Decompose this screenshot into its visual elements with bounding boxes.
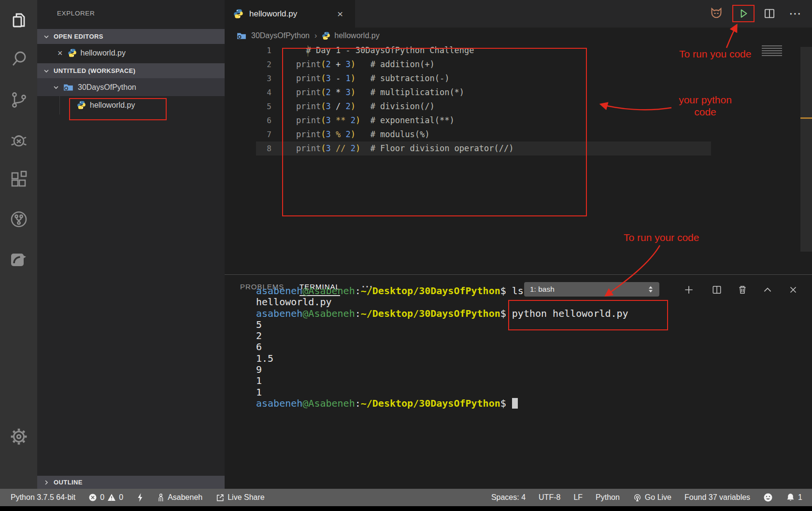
editor-more-actions-icon[interactable]: ⋯ — [787, 5, 804, 22]
workspace-label: UNTITLED (WORKSPACE) — [54, 67, 136, 74]
warning-icon — [107, 493, 116, 502]
live-share-icon — [215, 493, 225, 502]
chevron-down-icon — [53, 84, 59, 91]
chevron-right-icon — [43, 479, 50, 486]
status-bar: Python 3.7.5 64-bit 0 0 Asabeneh Live Sh… — [0, 489, 812, 506]
error-icon — [88, 493, 97, 502]
maximize-panel-icon[interactable] — [761, 284, 774, 296]
go-live-status[interactable]: Go Live — [633, 493, 671, 502]
terminal-cursor — [512, 398, 518, 409]
live-share-icon[interactable] — [0, 208, 37, 231]
encoding-status[interactable]: UTF-8 — [539, 493, 560, 502]
terminal-line: 1.5 — [256, 353, 628, 364]
terminal-line: 1 — [256, 387, 628, 398]
annotation-box-run — [732, 5, 755, 22]
explorer-sidebar: EXPLORER OPEN EDITORS × helloworld.py UN… — [37, 0, 225, 489]
workspace-header[interactable]: UNTITLED (WORKSPACE) — [37, 63, 225, 78]
bolt-status-icon[interactable] — [136, 493, 144, 502]
open-editor-item[interactable]: × helloworld.py — [37, 44, 225, 62]
breadcrumb-separator: › — [314, 31, 317, 40]
breadcrumb[interactable]: 30DaysOfPython › helloworld.py — [225, 28, 812, 43]
editor-scrollbar[interactable] — [800, 47, 812, 252]
vscode-window: EXPLORER OPEN EDITORS × helloworld.py UN… — [0, 0, 812, 511]
chevron-down-icon — [43, 68, 50, 74]
updown-arrows-icon — [647, 284, 655, 294]
line-number: 1 — [225, 43, 271, 57]
annotation-your-code: your python code — [662, 94, 749, 118]
activity-bar — [0, 0, 37, 511]
notifications-bell[interactable]: 1 — [786, 493, 802, 502]
bell-icon — [786, 493, 795, 502]
tree-folder-label: 30DaysOfPython — [78, 83, 136, 92]
terminal-line: 6 — [256, 341, 628, 353]
variables-status[interactable]: Found 37 variables — [684, 493, 750, 502]
open-editors-label: OPEN EDITORS — [54, 33, 103, 40]
broadcast-icon — [633, 493, 642, 502]
line-number: 6 — [225, 114, 271, 128]
terminal-line: asabeneh@Asabeneh:~/Desktop/30DaysOfPyth… — [256, 285, 628, 297]
annotation-box-code — [282, 48, 587, 216]
share-icon[interactable] — [0, 248, 37, 271]
terminal-line: asabeneh@Asabeneh:~/Desktop/30DaysOfPyth… — [256, 398, 628, 409]
outline-label: OUTLINE — [54, 479, 83, 486]
tab-helloworld[interactable]: helloworld.py × — [225, 0, 355, 28]
python-file-icon — [322, 31, 330, 40]
chevron-down-icon — [43, 33, 50, 40]
python-file-icon — [233, 9, 243, 19]
split-editor-icon[interactable] — [761, 5, 778, 22]
open-editor-file-label: helloworld.py — [81, 49, 126, 57]
breadcrumb-folder[interactable]: 30DaysOfPython — [251, 31, 310, 40]
run-button[interactable] — [738, 8, 749, 19]
folder-icon — [63, 83, 73, 92]
python-file-icon — [68, 48, 77, 57]
terminal-panel: PROBLEMS TERMINAL ⋯ 1: bash asabeneh@Asa… — [225, 274, 812, 489]
line-number: 7 — [225, 128, 271, 142]
debug-icon[interactable] — [0, 128, 37, 152]
terminal-line: 9 — [256, 364, 628, 375]
line-number: 8 — [225, 142, 271, 156]
language-mode-status[interactable]: Python — [596, 493, 620, 502]
annotation-box-file — [69, 98, 167, 120]
window-bottom-strip — [0, 506, 812, 511]
person-icon — [157, 493, 165, 502]
annotation-run-bottom: To run your code — [624, 231, 715, 243]
line-number: 3 — [225, 71, 271, 85]
extensions-icon[interactable] — [0, 168, 37, 191]
eol-status[interactable]: LF — [573, 493, 583, 502]
explorer-icon[interactable] — [0, 9, 37, 32]
close-icon[interactable]: × — [57, 49, 63, 57]
tab-label: helloworld.py — [249, 9, 297, 19]
search-icon[interactable] — [0, 47, 37, 71]
problems-status[interactable]: 0 0 — [88, 493, 123, 502]
outline-header[interactable]: OUTLINE — [37, 476, 225, 489]
source-control-icon[interactable] — [0, 88, 37, 112]
terminal-line: 1 — [256, 375, 628, 386]
breadcrumb-file[interactable]: helloworld.py — [334, 31, 379, 40]
open-editors-header[interactable]: OPEN EDITORS — [37, 29, 225, 44]
line-number: 5 — [225, 99, 271, 114]
line-number: 4 — [225, 85, 271, 99]
live-share-status[interactable]: Live Share — [215, 493, 265, 502]
editor-tab-bar: helloworld.py × ⋯ — [225, 0, 812, 28]
feedback-smiley-icon[interactable] — [763, 493, 773, 502]
annotation-run-top: To run you code — [679, 48, 766, 60]
python-interpreter-status[interactable]: Python 3.7.5 64-bit — [11, 493, 75, 502]
tree-folder-30daysofpython[interactable]: 30DaysOfPython — [37, 78, 225, 96]
cat-extension-icon[interactable] — [708, 5, 725, 22]
editor-area: helloworld.py × ⋯ — [225, 0, 812, 274]
close-panel-icon[interactable] — [786, 284, 800, 296]
terminal-line: 2 — [256, 330, 628, 341]
indentation-status[interactable]: Spaces: 4 — [491, 493, 526, 502]
user-status[interactable]: Asabeneh — [157, 493, 202, 502]
sidebar-title: EXPLORER — [57, 10, 95, 17]
folder-icon — [237, 31, 246, 40]
line-number: 2 — [225, 57, 271, 71]
close-icon[interactable]: × — [337, 8, 343, 20]
settings-gear-icon[interactable] — [0, 425, 37, 448]
scrollbar-marker — [800, 117, 812, 119]
annotation-box-command — [508, 300, 668, 330]
split-terminal-icon[interactable] — [710, 284, 724, 296]
new-terminal-icon[interactable] — [682, 284, 696, 296]
kill-terminal-trash-icon[interactable] — [736, 284, 749, 296]
